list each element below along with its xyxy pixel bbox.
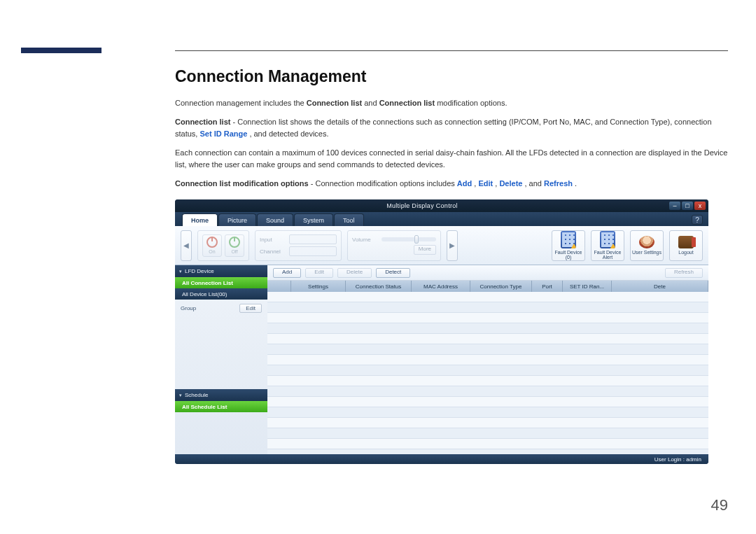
main-panel: Add Edit Delete Detect Refresh Settings … (267, 265, 708, 454)
grid-header-connstatus[interactable]: Connection Status (346, 281, 412, 292)
group-edit-button[interactable]: Edit (239, 304, 262, 313)
tab-sound[interactable]: Sound (257, 213, 293, 226)
power-off-button[interactable]: Off (225, 234, 244, 257)
input-select[interactable] (289, 234, 337, 244)
sidebar-header-schedule[interactable]: Schedule (175, 389, 267, 401)
sidebar-header-lfd[interactable]: LFD Device (175, 265, 267, 277)
table-row[interactable] (267, 397, 708, 407)
top-rule (175, 50, 728, 51)
p4-delete: Delete (499, 179, 522, 188)
p4-c3: , and (525, 179, 545, 188)
grid-header: Settings Connection Status MAC Address C… (267, 281, 708, 292)
connection-grid: Settings Connection Status MAC Address C… (267, 281, 708, 454)
input-group: Input Channel (255, 230, 342, 261)
ribbon-arrow-left[interactable]: ◀ (181, 230, 192, 261)
grid-header-conntype[interactable]: Connection Type (470, 281, 532, 292)
tab-bar: Home Picture Sound System Tool ? (175, 212, 708, 226)
table-row[interactable] (267, 302, 708, 313)
fault-device-button[interactable]: Fault Device (0) (552, 230, 585, 261)
table-row[interactable] (267, 323, 708, 334)
sidebar-item-all-conn[interactable]: All Connection List (175, 277, 267, 288)
grid-header-port[interactable]: Port (532, 281, 563, 292)
add-button[interactable]: Add (273, 268, 301, 278)
power-off-label: Off (231, 249, 237, 254)
tab-home[interactable]: Home (182, 213, 218, 226)
grid-header-setid[interactable]: SET ID Ran... (563, 281, 612, 292)
paragraph-modopts: Connection list modification options - C… (175, 178, 728, 190)
p1-bold2: Connection list (379, 99, 435, 107)
titlebar: Multiple Display Control – □ x (175, 199, 708, 212)
help-icon[interactable]: ? (692, 215, 703, 225)
user-settings-label: User Settings (632, 250, 662, 255)
table-row[interactable] (267, 365, 708, 376)
input-label: Input (260, 237, 286, 243)
grid-header-mac[interactable]: MAC Address (412, 281, 470, 292)
page-number: 49 (711, 496, 728, 514)
detect-button[interactable]: Detect (376, 268, 410, 278)
close-button[interactable]: x (694, 202, 706, 210)
refresh-button[interactable]: Refresh (665, 268, 703, 278)
table-row[interactable] (267, 313, 708, 323)
table-row[interactable] (267, 376, 708, 386)
table-row[interactable] (267, 386, 708, 397)
table-row[interactable] (267, 334, 708, 344)
table-row[interactable] (267, 355, 708, 365)
fault-alert-label: Fault Device Alert (592, 250, 624, 260)
ribbon-arrow-right[interactable]: ▶ (447, 230, 458, 261)
mdc-app-screenshot: Multiple Display Control – □ x Home Pict… (175, 199, 708, 464)
fault-alert-button[interactable]: Fault Device Alert (591, 230, 624, 261)
group-label: Group (181, 305, 196, 311)
table-row[interactable] (267, 344, 708, 355)
logout-button[interactable]: Logout (669, 230, 703, 261)
delete-button[interactable]: Delete (337, 268, 372, 278)
p1-mid: and (364, 99, 379, 107)
power-group: On Off (197, 230, 249, 261)
maximize-button[interactable]: □ (682, 202, 693, 210)
grid-header-dete[interactable]: Dete (612, 281, 708, 292)
p4-bold: Connection list modification options (175, 179, 309, 188)
power-on-button[interactable]: On (202, 234, 222, 257)
p4-refresh: Refresh (544, 179, 573, 188)
p4-edit: Edit (478, 179, 493, 188)
volume-slider[interactable] (382, 237, 436, 241)
p4-end: . (575, 179, 577, 188)
tab-system[interactable]: System (294, 213, 333, 226)
workspace: LFD Device All Connection List All Devic… (175, 265, 708, 454)
table-row[interactable] (267, 418, 708, 428)
sidebar-item-all-dev[interactable]: All Device List(00) (175, 288, 267, 300)
app-title: Multiple Display Control (175, 202, 669, 209)
tab-tool[interactable]: Tool (334, 213, 364, 226)
paragraph-intro: Connection management includes the Conne… (175, 97, 728, 109)
fault-device-label: Fault Device (0) (552, 250, 584, 260)
volume-group: Volume More (347, 230, 441, 261)
door-icon (678, 236, 694, 248)
power-on-label: On (209, 249, 215, 254)
user-icon (639, 236, 654, 248)
paragraph-capacity: Each connection can contain a maximum of… (175, 147, 728, 171)
grid-header-blank[interactable] (267, 281, 291, 292)
more-button[interactable]: More (414, 245, 436, 255)
logout-label: Logout (678, 250, 693, 255)
table-row[interactable] (267, 449, 708, 454)
table-row[interactable] (267, 428, 708, 439)
p1-bold1: Connection list (307, 99, 362, 107)
volume-label: Volume (352, 237, 379, 243)
channel-select[interactable] (289, 246, 337, 256)
table-row[interactable] (267, 407, 708, 418)
grid-header-settings[interactable]: Settings (291, 281, 346, 292)
p4-mid: - Connection modification options includ… (311, 179, 457, 188)
sidebar-body: Group Edit (175, 300, 267, 389)
table-row[interactable] (267, 439, 708, 449)
channel-label: Channel (260, 248, 286, 255)
minimize-button[interactable]: – (669, 202, 680, 210)
status-login: User Login : admin (654, 456, 701, 463)
p1-suffix: modification options. (437, 99, 507, 107)
tab-picture[interactable]: Picture (218, 213, 256, 226)
p2-setid: Set ID Range (200, 129, 247, 138)
p2-bold: Connection list (175, 118, 230, 126)
edit-button[interactable]: Edit (305, 268, 333, 278)
user-settings-button[interactable]: User Settings (630, 230, 664, 261)
table-row[interactable] (267, 292, 708, 302)
page-title: Connection Management (175, 67, 728, 86)
sidebar-item-all-sched[interactable]: All Schedule List (175, 401, 267, 412)
